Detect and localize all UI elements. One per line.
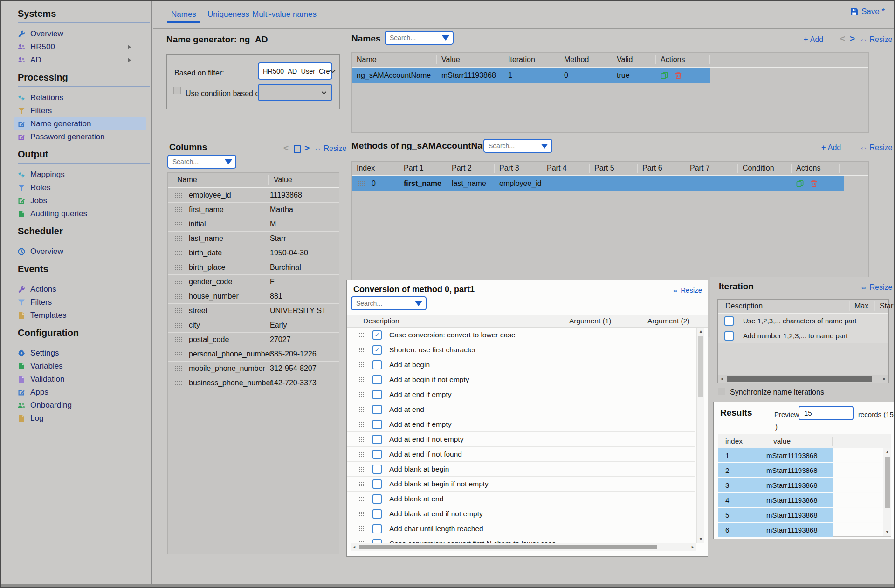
synchronize-checkbox[interactable] <box>718 388 725 395</box>
condition-select[interactable] <box>258 84 332 101</box>
conversion-row[interactable]: Add blank at begin <box>347 462 695 477</box>
drag-handle-icon[interactable] <box>175 250 182 255</box>
sidebar-item-relations[interactable]: Relations <box>14 91 146 104</box>
conversion-row[interactable]: Add blank at end <box>347 492 695 506</box>
copy-icon[interactable] <box>661 72 668 79</box>
sidebar-item-systems-overview[interactable]: Overview <box>14 27 146 41</box>
conversion-resize-button[interactable]: ⇔ Resize <box>672 286 702 294</box>
conversion-row[interactable]: Add at end if empty <box>347 387 695 402</box>
result-row[interactable]: 2mStarr11193868 <box>718 463 891 478</box>
column-header[interactable]: Part 4 <box>542 164 590 173</box>
scroll-right-icon[interactable]: ► <box>882 377 887 381</box>
column-header[interactable]: Part 5 <box>590 164 638 173</box>
row-checkbox[interactable] <box>372 465 382 474</box>
drag-handle-icon[interactable] <box>357 332 365 337</box>
column-header[interactable]: Description <box>718 301 850 311</box>
conversion-row[interactable]: Add at end if empty <box>347 417 695 432</box>
sidebar-item-scheduler-overview[interactable]: Overview <box>14 245 146 258</box>
drag-handle-icon[interactable] <box>175 294 182 299</box>
sidebar-item-apps[interactable]: Apps <box>14 386 146 399</box>
use-condition-checkbox[interactable] <box>173 87 181 94</box>
column-row[interactable]: business_phone_number142-720-3373 <box>168 376 339 390</box>
result-row[interactable]: 1mStarr11193868 <box>718 448 891 463</box>
drag-handle-icon[interactable] <box>357 481 365 486</box>
column-header[interactable]: Argument (2) <box>640 316 708 326</box>
tab-uniqueness[interactable]: Uniqueness <box>203 7 254 21</box>
conversion-vertical-scrollbar[interactable]: ▲ ▼ <box>696 328 704 543</box>
column-row[interactable]: initialM. <box>168 217 339 232</box>
scroll-left-icon[interactable]: ◄ <box>352 545 356 549</box>
column-header[interactable]: Argument (1) <box>562 316 640 326</box>
column-header[interactable]: Method <box>559 55 612 64</box>
sidebar-item-onboarding[interactable]: Onboarding <box>14 399 146 412</box>
filter-funnel-icon[interactable] <box>442 35 449 41</box>
drag-handle-icon[interactable] <box>175 380 182 385</box>
chevron-right-icon[interactable] <box>128 58 131 62</box>
result-row[interactable]: 5mStarr11193868 <box>718 508 891 523</box>
row-checkbox[interactable] <box>372 420 382 429</box>
conversion-search[interactable] <box>351 296 427 310</box>
column-row[interactable]: house_number881 <box>168 289 339 304</box>
row-checkbox[interactable] <box>372 524 382 533</box>
conversion-row[interactable]: Add blank at begin if not empty <box>347 477 695 492</box>
drag-handle-icon[interactable] <box>175 279 182 284</box>
column-header[interactable]: Value <box>269 175 339 185</box>
sidebar-item-mappings[interactable]: Mappings <box>14 168 146 181</box>
copy-icon[interactable] <box>796 180 804 187</box>
sidebar-item-variables[interactable]: Variables <box>14 360 146 373</box>
drag-handle-icon[interactable] <box>357 466 365 472</box>
drag-handle-icon[interactable] <box>357 362 365 367</box>
trash-icon[interactable] <box>810 180 818 187</box>
column-header[interactable]: Valid <box>612 55 656 64</box>
column-header[interactable]: Max <box>850 301 875 311</box>
drag-handle-icon[interactable] <box>175 236 182 241</box>
column-row[interactable]: personal_phone_number385-209-1226 <box>168 347 339 362</box>
row-checkbox[interactable] <box>372 450 382 459</box>
methods-search-input[interactable] <box>488 142 541 150</box>
names-table-row[interactable]: ng_sAMAccountName mStarr11193868 1 0 tru… <box>352 68 710 83</box>
result-row[interactable]: 3mStarr11193868 <box>718 478 891 493</box>
row-checkbox[interactable] <box>372 405 382 414</box>
column-header[interactable]: Part 7 <box>685 164 738 173</box>
column-header[interactable]: Star <box>875 301 893 311</box>
conversion-horizontal-scrollbar[interactable]: ◄ ► <box>351 543 696 551</box>
scroll-down-icon[interactable]: ▼ <box>699 537 703 541</box>
sidebar-item-log[interactable]: Log <box>14 412 146 425</box>
columns-search-input[interactable] <box>172 157 225 166</box>
drag-handle-icon[interactable] <box>357 377 365 382</box>
iteration-row[interactable]: Add number 1,2,3,... to name part <box>718 328 888 343</box>
column-header[interactable]: Part 2 <box>447 164 495 173</box>
conversion-row[interactable]: Case conversion: convert first N chars t… <box>347 536 695 543</box>
sidebar-item-password-generation[interactable]: Password generation <box>14 130 146 144</box>
scroll-up-icon[interactable]: ▲ <box>885 450 889 454</box>
scroll-up-icon[interactable]: ▲ <box>699 329 703 334</box>
filter-funnel-icon[interactable] <box>225 159 232 164</box>
drag-handle-icon[interactable] <box>175 192 182 198</box>
conversion-row[interactable]: Add at begin if not empty <box>347 372 695 387</box>
drag-handle-icon[interactable] <box>357 496 365 501</box>
methods-table-row[interactable]: 0 first_name last_name employee_id <box>352 176 844 191</box>
column-row[interactable]: streetUNIVERSITY ST <box>168 303 339 318</box>
conversion-row[interactable]: Add blank at end if not empty <box>347 506 695 521</box>
current-record-icon[interactable] <box>294 145 301 153</box>
column-header[interactable]: index <box>718 437 766 446</box>
names-next-button[interactable]: > <box>850 34 855 43</box>
methods-resize-button[interactable]: ⇔ Resize <box>860 144 892 152</box>
conversion-row[interactable]: Add at begin <box>347 357 695 372</box>
row-checkbox[interactable] <box>372 509 382 519</box>
columns-next-button[interactable]: > <box>304 144 310 153</box>
sidebar-item-auditing-queries[interactable]: Auditing queries <box>14 207 146 220</box>
filter-funnel-icon[interactable] <box>541 144 548 149</box>
drag-handle-icon[interactable] <box>357 511 365 516</box>
sidebar-item-actions[interactable]: Actions <box>14 283 146 296</box>
scroll-left-icon[interactable]: ◄ <box>720 377 724 381</box>
scroll-right-icon[interactable]: ► <box>691 545 695 549</box>
drag-handle-icon[interactable] <box>357 437 365 442</box>
drag-handle-icon[interactable] <box>357 392 365 397</box>
sidebar-item-roles[interactable]: Roles <box>14 181 146 194</box>
row-checkbox[interactable] <box>372 435 382 444</box>
tab-names[interactable]: Names <box>167 7 200 23</box>
scroll-down-icon[interactable]: ▼ <box>885 530 889 534</box>
columns-resize-button[interactable]: ⇔ Resize <box>314 144 346 153</box>
names-search[interactable] <box>385 31 454 45</box>
